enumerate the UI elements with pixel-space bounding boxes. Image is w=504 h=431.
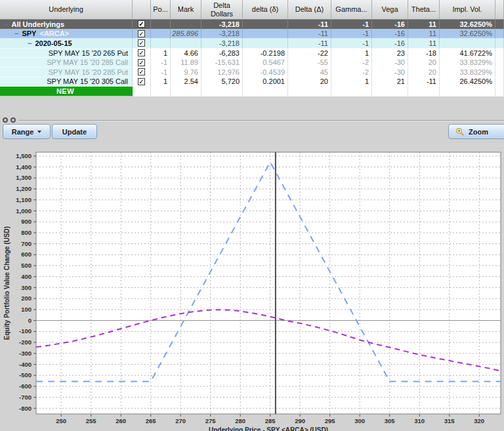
cell-filler [495,87,504,96]
cell-dd: -15,631 [201,58,243,68]
y-tick-label: 700 [21,240,32,247]
x-axis-title: Underlying Price - SPY <ARCA> (USD) [209,426,328,431]
header-cell-blank [133,0,151,19]
cell-gamma: -2 [331,58,372,68]
header-cell-gamma[interactable]: Gamma... [331,0,372,19]
row-checkbox[interactable]: ✓ [138,39,145,47]
splitter-knob-icon[interactable] [10,117,16,123]
header-cell-po[interactable]: Po... [151,0,171,19]
cell-vega [372,87,408,96]
cell-theta: -11 [408,77,440,87]
header-cell-theta[interactable]: Theta... [408,0,440,19]
y-tick-label: 900 [21,218,32,225]
underlying-label: SPY MAY 15 '20 285 Put [49,68,128,76]
table-header-row: UnderlyingPo...MarkDelta Dollarsdelta (δ… [0,0,504,20]
cell-checkbox: ✓ [133,39,151,49]
cell-theta: -18 [408,49,440,58]
expand-minus-icon[interactable]: − [28,40,32,47]
table-row-new[interactable]: NEW [0,87,504,96]
range-button-label: Range [12,128,34,136]
cell-delta [243,39,288,49]
cell-gamma: -1 [331,20,372,30]
y-tick-label: -300 [19,350,32,357]
underlying-label: SPY MAY 15 '20 265 Put [49,49,128,57]
cell-mark [171,39,201,49]
cell-dsh: -11 [288,20,331,30]
table-row-all-underlyings[interactable]: −All Underlyings✓-3,218-11-1-161132.6250… [0,20,504,30]
row-checkbox[interactable]: ✓ [138,78,145,85]
x-tick-label: 280 [235,417,245,424]
cell-pos [151,87,171,96]
y-tick-label: 200 [21,295,32,302]
x-tick-label: 250 [56,417,66,424]
update-button-label: Update [62,128,87,136]
expand-minus-icon[interactable]: − [14,30,18,37]
cell-pos: -1 [151,58,171,68]
cell-checkbox: ✓ [133,30,151,39]
x-tick-label: 255 [86,417,97,424]
header-cell-underlying[interactable]: Underlying [0,0,133,19]
range-dropdown-button[interactable]: Range [3,124,51,139]
table-row-spy-may-15-20-305-call[interactable]: SPY MAY 15 '20 305 Call✓12.545,7200.2001… [0,77,504,87]
expand-minus-icon[interactable]: − [4,21,8,28]
cell-theta: 11 [408,39,440,49]
x-tick-label: 275 [205,417,217,424]
y-tick-label: 400 [21,273,32,280]
cell-pos: 1 [151,77,171,87]
cell-underlying: SPY MAY 15 '20 285 Call [0,58,133,68]
header-cell-delta[interactable]: delta (δ) [243,0,288,19]
row-checkbox[interactable]: ✓ [138,20,145,28]
cell-mark: 2.54 [171,77,201,87]
header-cell-impl-vol[interactable]: Impl. Vol. [440,0,495,19]
zoom-button[interactable]: Zoom [448,124,504,139]
cell-filler [495,49,504,58]
y-tick-label: 600 [21,251,32,258]
cell-checkbox: ✓ [133,58,151,68]
x-tick-label: 290 [295,417,305,424]
risk-navigator-window: { "colors": { "row_dark": "#646464", "ro… [0,0,504,431]
cell-pos [151,20,171,30]
pane-splitter[interactable] [18,120,504,121]
header-cell-vega[interactable]: Vega [372,0,408,19]
cell-filler [495,30,504,39]
row-checkbox[interactable]: ✓ [138,68,145,75]
row-checkbox[interactable]: ✓ [138,59,145,66]
header-cell-mark[interactable]: Mark [171,0,201,19]
cell-filler [495,39,504,49]
cell-underlying: −2020-05-15 [0,39,133,49]
underlying-label: SPY MAY 15 '20 285 Call [47,58,128,66]
table-row-spy-may-15-20-285-call[interactable]: SPY MAY 15 '20 285 Call✓-111.89-15,6310.… [0,58,504,68]
cell-delta: 0.2001 [243,77,288,87]
x-tick-label: 295 [325,417,336,424]
y-tick-label: 300 [21,284,32,291]
exchange-label: <ARCA> [39,30,69,37]
y-tick-label: 1,500 [16,152,32,159]
header-cell-delta-dollars[interactable]: Delta Dollars [201,0,243,19]
y-tick-label: -600 [19,382,32,390]
table-row-spy-may-15-20-285-put[interactable]: SPY MAY 15 '20 285 Put✓-19.7612,976-0.45… [0,68,504,77]
zoom-button-label: Zoom [469,128,488,136]
cell-mark: 4.66 [171,49,201,58]
cell-dd: -3,218 [201,20,243,30]
cell-dsh: -11 [288,39,331,49]
table-row-2020-05-15[interactable]: −2020-05-15✓-3,218-11-1-1611 [0,39,504,49]
cell-gamma [331,87,372,96]
y-tick-label: 0 [28,317,32,324]
cell-dd: 12,976 [201,68,243,77]
chevron-down-icon [37,131,41,133]
header-cell-delta[interactable]: Delta (Δ) [288,0,331,19]
row-checkbox[interactable]: ✓ [138,30,145,37]
row-checkbox[interactable]: ✓ [138,49,145,56]
splitter-knob-icon[interactable] [3,117,8,123]
pnl-chart: -800-700-600-500-400-300-200-10001002003… [0,146,504,431]
table-row-spy-may-15-20-265-put[interactable]: SPY MAY 15 '20 265 Put✓14.66-6,283-0.219… [0,49,504,58]
x-tick-label: 320 [474,417,484,424]
cell-vega: 21 [372,77,408,87]
update-button[interactable]: Update [52,124,97,139]
table-row-spy[interactable]: −SPY<ARCA>✓285.896-3,218-11-1-161132.625… [0,30,504,39]
magnifier-icon [455,127,465,136]
y-axis-title: Equity Portfolio Value Change (USD) [3,226,10,340]
cell-vega: 23 [372,49,408,58]
y-tick-label: 100 [21,306,32,313]
cell-theta: 20 [408,58,440,68]
